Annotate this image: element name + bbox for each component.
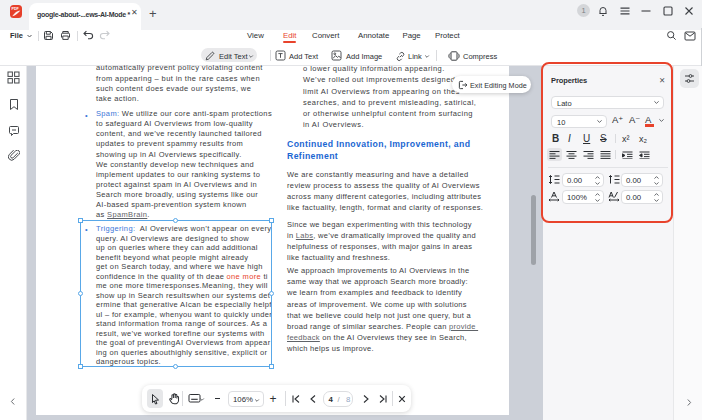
- svg-text:PDF: PDF: [12, 7, 20, 11]
